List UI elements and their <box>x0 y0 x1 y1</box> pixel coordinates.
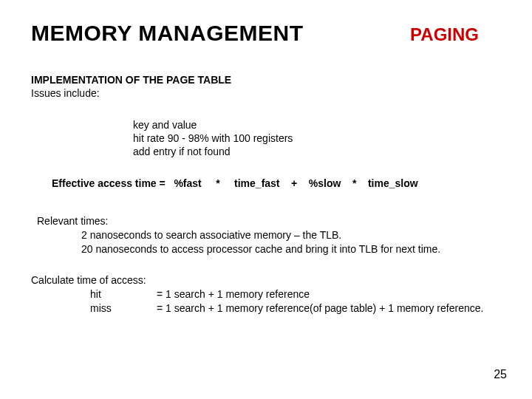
relevant-line-1: 2 nanoseconds to search associative memo… <box>81 228 440 242</box>
calc-hit-row: hit = 1 search + 1 memory reference <box>90 287 483 301</box>
section-heading: IMPLEMENTATION OF THE PAGE TABLE <box>31 74 231 86</box>
hit-value: = 1 search + 1 memory reference <box>157 287 310 301</box>
bullets-block: key and value hit rate 90 - 98% with 100… <box>133 118 293 159</box>
relevant-heading: Relevant times: <box>37 214 440 228</box>
hit-label: hit <box>90 287 157 301</box>
bullet-1: key and value <box>133 118 293 132</box>
title-row: MEMORY MANAGEMENT PAGING <box>31 21 501 46</box>
effective-access-formula: Effective access time = %fast * time_fas… <box>52 177 418 189</box>
calculate-block: Calculate time of access: hit = 1 search… <box>31 273 483 316</box>
slide: MEMORY MANAGEMENT PAGING IMPLEMENTATION … <box>0 0 532 399</box>
relevant-times-block: Relevant times: 2 nanoseconds to search … <box>37 214 440 256</box>
bullet-3: add entry if not found <box>133 145 293 158</box>
miss-label: miss <box>90 301 157 316</box>
page-number: 25 <box>494 368 507 381</box>
miss-value: = 1 search + 1 memory reference(of page … <box>157 301 483 316</box>
slide-topic: PAGING <box>410 24 479 45</box>
section-lead: Issues include: <box>31 87 100 99</box>
relevant-line-2: 20 nanoseconds to access processor cache… <box>81 242 440 256</box>
calculate-heading: Calculate time of access: <box>31 273 483 287</box>
calc-miss-row: miss = 1 search + 1 memory reference(of … <box>90 301 483 316</box>
slide-title: MEMORY MANAGEMENT <box>31 21 304 46</box>
bullet-2: hit rate 90 - 98% with 100 registers <box>133 132 293 145</box>
